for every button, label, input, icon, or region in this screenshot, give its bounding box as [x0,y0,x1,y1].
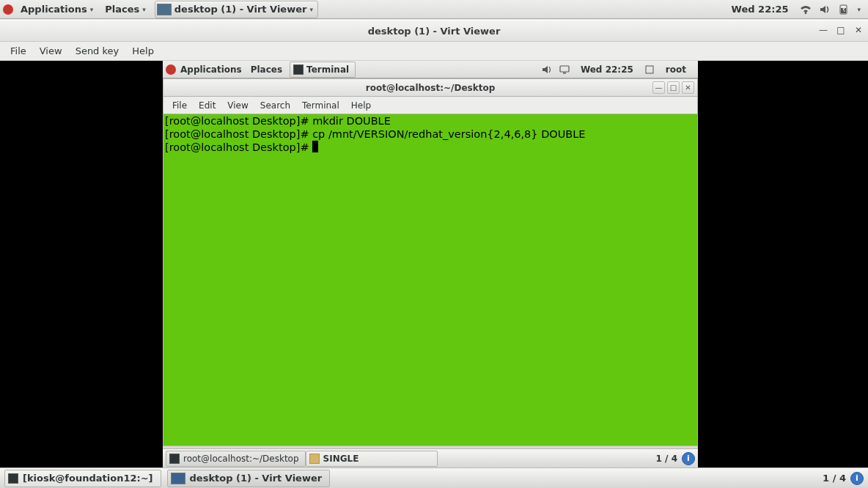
workspace-indicator[interactable]: 1 / 4 [656,454,677,464]
maximize-button[interactable]: □ [836,25,846,35]
terminal-window: root@localhost:~/Desktop — □ ✕ File Edit… [163,78,698,448]
svg-point-0 [805,12,807,14]
window-thumb-icon [171,473,185,484]
guest-places-menu[interactable]: Places [246,63,287,76]
terminal-maximize-button[interactable]: □ [667,81,680,94]
guest-clock[interactable]: Wed 22:25 [576,63,638,76]
clock[interactable]: Wed 22:25 [727,2,793,16]
svg-rect-3 [560,66,569,72]
terminal-icon [8,473,18,484]
folder-icon [309,454,320,464]
distro-logo-icon [166,64,176,75]
virt-menu-view[interactable]: View [34,44,68,58]
taskbar-item-kiosk-terminal[interactable]: [kiosk@foundation12:~] [4,470,161,487]
terminal-body[interactable]: [root@localhost Desktop]# mkdir DOUBLE [… [163,114,698,446]
taskbar-item-label: SINGLE [323,454,359,464]
chevron-down-icon: ▾ [142,6,146,13]
virt-viewer-display[interactable]: Applications Places Terminal Wed 22:25 r… [0,61,868,467]
notification-badge-icon[interactable]: i [850,472,864,485]
applications-menu[interactable]: Applications ▾ [16,2,98,16]
taskbar-item-files[interactable]: SINGLE [306,451,438,467]
active-app-label: Terminal [306,64,349,75]
svg-rect-4 [563,73,566,74]
guest-desktop: Applications Places Terminal Wed 22:25 r… [163,61,698,467]
terminal-menu-edit[interactable]: Edit [193,99,221,112]
terminal-title: root@localhost:~/Desktop [366,83,496,93]
close-button[interactable]: ✕ [853,25,864,35]
virt-viewer-menubar: File View Send key Help [0,42,868,61]
guest-applications-menu[interactable]: Applications [176,63,246,76]
virt-viewer-window: desktop (1) - Virt Viewer — □ ✕ File Vie… [0,20,868,467]
virt-menu-sendkey[interactable]: Send key [70,44,125,58]
guest-user-menu[interactable]: root [661,63,691,76]
taskbar-item-terminal[interactable]: root@localhost:~/Desktop [166,451,306,467]
wifi-icon[interactable] [800,4,812,15]
user-icon [644,64,655,75]
terminal-icon [169,454,180,464]
terminal-titlebar[interactable]: root@localhost:~/Desktop — □ ✕ [163,78,698,96]
volume-icon[interactable] [541,64,553,75]
terminal-icon [293,64,304,75]
terminal-close-button[interactable]: ✕ [682,81,694,94]
outer-top-panel: Applications ▾ Places ▾ desktop (1) - Vi… [0,0,868,19]
terminal-line: [root@localhost Desktop]# [165,141,696,154]
workspace-indicator[interactable]: 1 / 4 [823,473,846,484]
chevron-down-icon[interactable]: ▾ [857,6,861,13]
terminal-line: [root@localhost Desktop]# mkdir DOUBLE [165,114,696,127]
virt-menu-help[interactable]: Help [126,44,160,58]
virt-viewer-title: desktop (1) - Virt Viewer [368,26,501,37]
terminal-line: [root@localhost Desktop]# cp /mnt/VERSIO… [165,127,696,141]
terminal-menu-view[interactable]: View [221,99,254,112]
guest-bottom-panel: root@localhost:~/Desktop SINGLE 1 / 4 i [163,448,698,467]
taskbar-item-virtviewer[interactable]: desktop (1) - Virt Viewer [167,470,331,487]
applications-label: Applications [180,64,242,75]
window-thumb-icon [157,4,172,15]
distro-logo-icon [3,4,13,15]
cursor-icon [312,141,318,152]
taskbar-item-label: root@localhost:~/Desktop [183,454,299,464]
volume-icon[interactable] [819,4,831,15]
places-label: Places [105,4,139,15]
terminal-menu-file[interactable]: File [166,99,193,112]
terminal-minimize-button[interactable]: — [652,81,665,94]
active-window-title: desktop (1) - Virt Viewer [174,4,307,15]
virt-viewer-titlebar[interactable]: desktop (1) - Virt Viewer — □ ✕ [0,20,868,42]
terminal-menu-terminal[interactable]: Terminal [296,99,345,112]
terminal-prompt-text: [root@localhost Desktop]# [165,141,312,153]
display-icon[interactable] [559,64,570,75]
notification-badge-icon[interactable]: i [682,452,695,465]
applications-label: Applications [21,4,87,15]
minimize-button[interactable]: — [818,25,828,35]
guest-top-panel: Applications Places Terminal Wed 22:25 r… [163,61,698,78]
chevron-down-icon: ▾ [90,6,94,13]
taskbar-item-label: [kiosk@foundation12:~] [23,473,153,484]
terminal-menu-search[interactable]: Search [254,99,296,112]
svg-rect-5 [646,66,653,73]
chevron-down-icon: ▾ [309,6,313,13]
active-windowtab-virtviewer[interactable]: desktop (1) - Virt Viewer ▾ [155,1,318,18]
terminal-menubar: File Edit View Search Terminal Help [163,96,698,114]
outer-bottom-panel: [kiosk@foundation12:~] desktop (1) - Vir… [0,467,868,488]
terminal-menu-help[interactable]: Help [345,99,377,112]
guest-active-app[interactable]: Terminal [290,62,356,78]
battery-icon[interactable] [838,4,850,15]
places-menu[interactable]: Places ▾ [100,2,150,16]
virt-menu-file[interactable]: File [4,44,32,58]
places-label: Places [251,64,282,75]
taskbar-item-label: desktop (1) - Virt Viewer [190,473,323,484]
